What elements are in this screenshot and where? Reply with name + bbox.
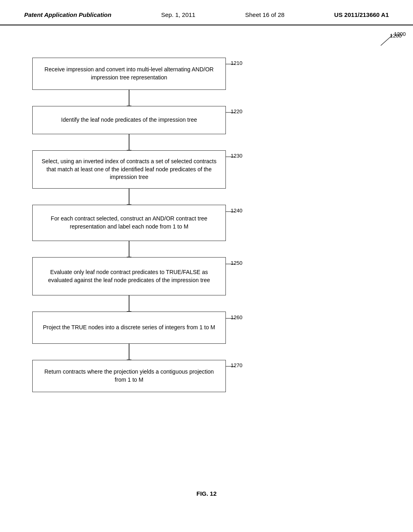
ref-1270-arrow (224, 362, 236, 370)
flow-box-1260: Project the TRUE nodes into a discrete s… (32, 312, 226, 344)
box-1270-text: Return contracts where the projection yi… (39, 368, 219, 384)
box-1250-text: Evaluate only leaf node contract predica… (39, 268, 219, 284)
connector-2 (129, 134, 129, 150)
publication-label: Patent Application Publication (24, 11, 111, 18)
ref-1220-arrow (224, 108, 236, 116)
ref-1240-arrow (224, 208, 236, 216)
box-1260-text: Project the TRUE nodes into a discrete s… (43, 324, 215, 332)
ref-1230-arrow (224, 153, 236, 161)
connector-6 (129, 344, 129, 360)
connector-3 (129, 189, 129, 205)
ref-1210-arrow (224, 60, 236, 68)
box-1220-text: Identify the leaf node predicates of the… (61, 116, 197, 124)
figure-caption: FIG. 12 (196, 490, 217, 497)
page-header: Patent Application Publication Sep. 1, 2… (0, 0, 413, 25)
connector-5 (129, 295, 129, 312)
date-label: Sep. 1, 2011 (161, 11, 195, 18)
connector-4 (129, 241, 129, 257)
diagram-area: 1200 1200 Receive impression and convert… (0, 25, 413, 521)
ref-1260-arrow (224, 314, 236, 322)
svg-line-0 (381, 35, 392, 46)
flow-box-1250: Evaluate only leaf node contract predica… (32, 257, 226, 295)
sheet-label: Sheet 16 of 28 (245, 11, 285, 18)
connector-1 (129, 90, 129, 106)
page: Patent Application Publication Sep. 1, 2… (0, 0, 413, 532)
box-1230-text: Select, using an inverted index of contr… (39, 158, 219, 181)
flow-box-1230: Select, using an inverted index of contr… (32, 150, 226, 189)
ref-1250-arrow (224, 260, 236, 268)
ref-1200-text: 1200 (394, 31, 406, 37)
ref-1200-arrow (373, 29, 397, 50)
box-1240-text: For each contract selected, construct an… (39, 215, 219, 231)
flow-box-1240: For each contract selected, construct an… (32, 205, 226, 241)
patent-number: US 2011/213660 A1 (334, 11, 389, 18)
flow-box-1270: Return contracts where the projection yi… (32, 360, 226, 392)
flow-box-1220: Identify the leaf node predicates of the… (32, 106, 226, 134)
box-1210-text: Receive impression and convert into mult… (39, 66, 219, 81)
flow-box-1210: Receive impression and convert into mult… (32, 58, 226, 90)
